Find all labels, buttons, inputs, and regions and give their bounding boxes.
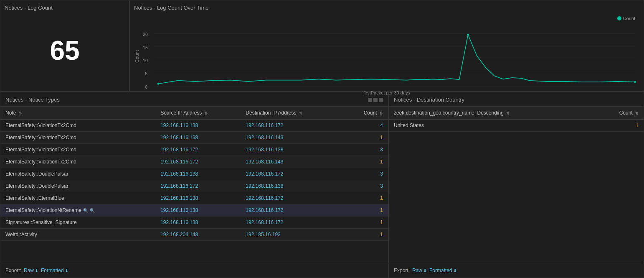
destination-country-table: zeek.destination_geo.country_name: Desce… — [389, 107, 644, 132]
src-ip-cell: 192.168.204.148 — [155, 229, 241, 241]
note-cell: EternalSafety::EternalBlue — [0, 192, 155, 204]
export-label: Export: — [5, 268, 21, 273]
control-btn-3[interactable] — [379, 98, 383, 102]
control-btn-2[interactable] — [373, 98, 378, 102]
sort-icon-count: ⇅ — [380, 111, 383, 115]
download-icon-formatted: ⬇ — [65, 268, 68, 273]
svg-point-17 — [157, 83, 159, 84]
svg-point-19 — [634, 81, 636, 83]
export-formatted-label2: Formatted — [429, 268, 452, 273]
legend-dot — [617, 16, 621, 20]
svg-text:5: 5 — [145, 71, 147, 76]
notice-types-table: Note ⇅ Source IP Address ⇅ Destination I… — [0, 107, 388, 241]
col-header-count[interactable]: Count ⇅ — [326, 107, 388, 120]
table-row: EternalSafety::DoublePulsar192.168.116.1… — [0, 168, 388, 180]
svg-text:15: 15 — [143, 45, 148, 50]
count-cell: 1 — [326, 217, 388, 229]
note-cell: EternalSafety::ViolationTx2Cmd — [0, 144, 155, 156]
log-count-value: 65 — [5, 14, 125, 87]
sort-icon-src: ⇅ — [205, 111, 208, 115]
chart-area: Count 0 5 10 15 20 Count 2014-01-01 20 — [134, 16, 639, 91]
note-cell: EternalSafety::ViolationTx2Cmd — [0, 132, 155, 144]
dst-ip-cell: 192.168.116.172 — [241, 168, 326, 180]
dst-ip-cell: 192.168.116.172 — [241, 217, 326, 229]
sort-icon-country: ⇅ — [506, 111, 510, 115]
count-cell: 1 — [326, 229, 388, 241]
svg-text:10: 10 — [143, 58, 148, 63]
sort-icon-note: ⇅ — [19, 111, 22, 115]
svg-text:2014-01-01: 2014-01-01 — [167, 90, 190, 91]
dst-ip-cell: 192.168.116.172 — [241, 204, 326, 217]
src-ip-cell: 192.168.116.138 — [155, 132, 241, 144]
notice-types-panel: Notices - Notice Types Note ⇅ Source IP … — [0, 92, 388, 278]
count-cell: 1 — [326, 156, 388, 168]
control-btn-1[interactable] — [368, 98, 372, 102]
table-row: Weird::Activity192.168.204.148192.185.16… — [0, 229, 388, 241]
col-header-note[interactable]: Note ⇅ — [0, 107, 155, 120]
chart-panel: Notices - Log Count Over Time Count 0 5 … — [129, 0, 644, 92]
svg-point-18 — [467, 34, 469, 36]
dst-ip-cell: 192.168.116.138 — [241, 180, 326, 192]
note-cell: Signatures::Sensitive_Signature — [0, 217, 155, 229]
note-cell: EternalSafety::ViolationNtRename🔍🔍 — [0, 204, 155, 217]
log-count-title: Notices - Log Count — [5, 5, 125, 11]
export-label2: Export: — [394, 268, 410, 273]
src-ip-cell: 192.168.116.138 — [155, 120, 241, 132]
table-row: EternalSafety::ViolationTx2Cmd192.168.11… — [0, 132, 388, 144]
src-ip-cell: 192.168.116.172 — [155, 180, 241, 192]
src-ip-cell: 192.168.116.138 — [155, 217, 241, 229]
table-row: Signatures::Sensitive_Signature192.168.1… — [0, 217, 388, 229]
svg-text:Count: Count — [134, 50, 139, 63]
x-axis-label: firstPacket per 30 days — [134, 90, 639, 95]
col-header-count2[interactable]: Count ⇅ — [580, 107, 644, 120]
count-cell: 4 — [326, 120, 388, 132]
export-formatted-link2[interactable]: Formatted ⬇ — [429, 268, 457, 273]
count-cell: 1 — [326, 204, 388, 217]
notice-types-title: Notices - Notice Types — [5, 97, 60, 103]
note-cell: EternalSafety::DoublePulsar — [0, 180, 155, 192]
destination-country-title: Notices - Destination Country — [394, 97, 464, 103]
destination-country-table-container: zeek.destination_geo.country_name: Desce… — [389, 107, 644, 263]
export-raw-link[interactable]: Raw ⬇ — [24, 268, 38, 273]
table-row: EternalSafety::ViolationTx2Cmd192.168.11… — [0, 144, 388, 156]
dst-ip-cell: 192.168.116.138 — [241, 144, 326, 156]
panel-controls[interactable] — [368, 98, 383, 102]
export-raw-label2: Raw — [412, 268, 422, 273]
note-cell: EternalSafety::DoublePulsar — [0, 168, 155, 180]
chart-title: Notices - Log Count Over Time — [134, 5, 639, 11]
notice-types-export-bar: Export: Raw ⬇ Formatted ⬇ — [0, 263, 388, 278]
svg-text:2018-01-01: 2018-01-01 — [501, 90, 524, 91]
legend-label: Count — [623, 16, 635, 21]
zoom-out-icon[interactable]: 🔍 — [90, 208, 95, 213]
country-cell: United States — [389, 120, 580, 132]
note-cell: EternalSafety::ViolationTx2Cmd — [0, 156, 155, 168]
col-header-src[interactable]: Source IP Address ⇅ — [155, 107, 241, 120]
dst-ip-cell: 192.168.116.172 — [241, 192, 326, 204]
export-formatted-link[interactable]: Formatted ⬇ — [41, 268, 68, 273]
src-ip-cell: 192.168.116.172 — [155, 156, 241, 168]
export-raw-link2[interactable]: Raw ⬇ — [412, 268, 427, 273]
chart-svg: 0 5 10 15 20 Count 2014-01-01 2015-01-01… — [134, 16, 639, 91]
table-row: United States1 — [389, 120, 644, 132]
download-icon-raw2: ⬇ — [423, 268, 427, 273]
src-ip-cell: 192.168.116.138 — [155, 204, 241, 217]
count-cell: 1 — [326, 192, 388, 204]
zoom-in-icon[interactable]: 🔍 — [83, 208, 88, 213]
export-formatted-label: Formatted — [41, 268, 64, 273]
table-row: EternalSafety::DoublePulsar192.168.116.1… — [0, 180, 388, 192]
count-cell: 3 — [326, 180, 388, 192]
count-cell: 1 — [326, 132, 388, 144]
chart-legend: Count — [617, 16, 635, 21]
svg-text:2017-01-01: 2017-01-01 — [418, 90, 440, 91]
svg-text:2016-01-01: 2016-01-01 — [334, 90, 357, 91]
svg-text:0: 0 — [145, 84, 147, 89]
log-count-panel: Notices - Log Count 65 — [0, 0, 129, 92]
dst-ip-cell: 192.168.116.143 — [241, 156, 326, 168]
table-row: EternalSafety::EternalBlue192.168.116.13… — [0, 192, 388, 204]
sort-icon-dst: ⇅ — [299, 111, 302, 115]
col-header-dst[interactable]: Destination IP Address ⇅ — [241, 107, 326, 120]
note-cell: EternalSafety::ViolationTx2Cmd — [0, 120, 155, 132]
col-header-country[interactable]: zeek.destination_geo.country_name: Desce… — [389, 107, 580, 120]
src-ip-cell: 192.168.116.138 — [155, 192, 241, 204]
table-row: EternalSafety::ViolationNtRename🔍🔍192.16… — [0, 204, 388, 217]
